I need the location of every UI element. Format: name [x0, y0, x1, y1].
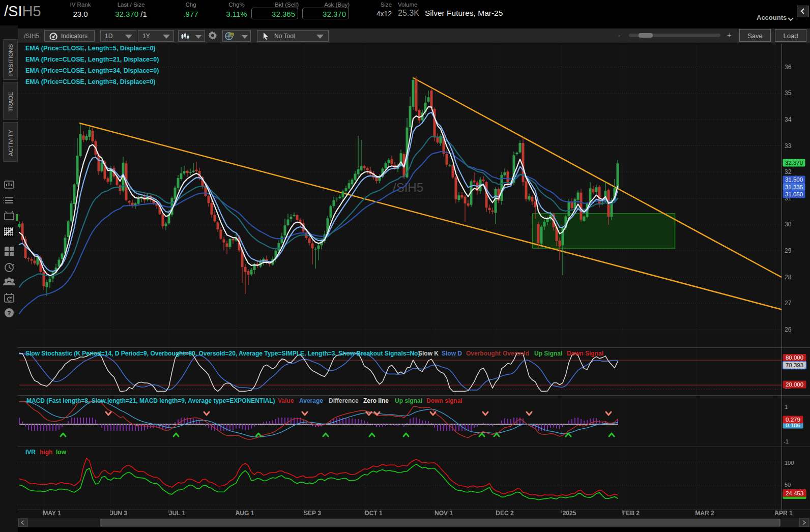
svg-text:70.393: 70.393	[786, 362, 803, 368]
svg-text:JUN 3: JUN 3	[110, 510, 127, 517]
svg-text:Slow Stochastic (K Period=14,: Slow Stochastic (K Period=14, D Period=9…	[25, 350, 420, 357]
svg-text:MAY 1: MAY 1	[43, 510, 61, 517]
svg-text:Up Signal: Up Signal	[534, 350, 562, 357]
svg-text:26: 26	[785, 326, 792, 333]
svg-text:APR 1: APR 1	[774, 510, 793, 517]
svg-text:Down Signal: Down Signal	[567, 350, 603, 357]
svg-text:Difference: Difference	[329, 397, 359, 404]
svg-text:33: 33	[785, 142, 792, 150]
svg-text:31.335: 31.335	[785, 184, 803, 190]
svg-text:Up signal: Up signal	[395, 397, 422, 404]
svg-text:28: 28	[785, 274, 792, 281]
svg-text:35: 35	[785, 90, 792, 97]
svg-text:IVR: IVR	[25, 449, 36, 456]
svg-text:36: 36	[785, 64, 792, 71]
svg-text:100: 100	[785, 460, 794, 466]
svg-text:27: 27	[785, 300, 792, 307]
svg-text:Oversold: Oversold	[503, 350, 529, 357]
svg-text:2025: 2025	[563, 510, 576, 517]
svg-text:Slow K: Slow K	[418, 350, 439, 357]
svg-text:OCT 1: OCT 1	[364, 510, 383, 517]
svg-text:DEC 2: DEC 2	[496, 510, 514, 517]
svg-text:1: 1	[785, 404, 788, 410]
svg-text:50: 50	[785, 482, 791, 488]
svg-text:Zero line: Zero line	[363, 397, 389, 404]
svg-text:FEB 2: FEB 2	[622, 510, 640, 517]
svg-text:high: high	[40, 449, 52, 456]
svg-text:80.000: 80.000	[786, 354, 803, 361]
svg-text:EMA (Price=CLOSE, Length=21, D: EMA (Price=CLOSE, Length=21, Displace=0)	[25, 56, 159, 63]
svg-text:MAR 2: MAR 2	[695, 510, 714, 517]
svg-text:EMA (Price=CLOSE, Length=8, Di: EMA (Price=CLOSE, Length=8, Displace=0)	[25, 78, 156, 85]
svg-text:24.453: 24.453	[786, 490, 803, 496]
svg-text:JUL 1: JUL 1	[169, 510, 186, 517]
svg-text:?: ?	[7, 310, 11, 317]
svg-text:SEP 3: SEP 3	[304, 510, 321, 517]
svg-text:32: 32	[785, 168, 792, 175]
svg-text:MACD (Fast length=8, Slow leng: MACD (Fast length=8, Slow length=21, MAC…	[26, 397, 275, 404]
svg-text:-1: -1	[784, 438, 789, 445]
svg-text:20.000: 20.000	[786, 381, 803, 388]
svg-text:AUG 1: AUG 1	[236, 510, 254, 517]
svg-text:31.050: 31.050	[785, 191, 803, 197]
svg-text:0.279: 0.279	[786, 417, 800, 423]
svg-text:34: 34	[785, 116, 792, 123]
svg-text:29: 29	[785, 247, 792, 254]
svg-text:31.500: 31.500	[785, 176, 803, 183]
svg-text:Value: Value	[278, 397, 294, 404]
svg-text:Slow D: Slow D	[442, 350, 462, 357]
svg-text:Average: Average	[299, 397, 323, 404]
svg-text:EMA (Price=CLOSE, Length=34, D: EMA (Price=CLOSE, Length=34, Displace=0)	[25, 67, 159, 74]
svg-text:EMA (Price=CLOSE, Length=5, Di: EMA (Price=CLOSE, Length=5, Displace=0)	[25, 45, 156, 52]
svg-text:low: low	[56, 449, 67, 456]
svg-text:NOV 1: NOV 1	[435, 510, 453, 517]
svg-text:Down signal: Down signal	[426, 397, 462, 404]
svg-text:Overbought: Overbought	[466, 350, 501, 357]
svg-text:32.370: 32.370	[785, 160, 803, 166]
svg-text:30: 30	[785, 221, 792, 228]
